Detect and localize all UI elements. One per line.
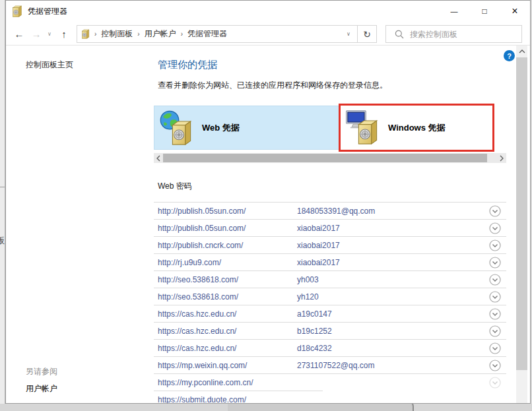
credential-username: b19c1252	[297, 327, 489, 336]
credential-url: https://cas.hzc.edu.cn/	[158, 344, 297, 353]
credential-url: http://publish.cncrk.com/	[158, 241, 297, 250]
credential-row: https://cas.hzc.edu.cn/ a19c0147	[154, 305, 506, 323]
expand-button[interactable]	[489, 205, 506, 217]
credential-row: https://mp.weixin.qq.com/ 2731107522@qq.…	[154, 357, 506, 374]
address-dropdown-icon[interactable]: ∨	[340, 31, 357, 37]
windows-credentials-label: Windows 凭据	[388, 122, 446, 134]
credential-row: https://cas.hzc.edu.cn/ b19c1252	[154, 323, 506, 340]
scroll-up-icon[interactable]	[516, 46, 527, 57]
credential-username: yh120	[297, 292, 489, 301]
navigation-toolbar: ← → ∨ ↑ › 控制面板 › 用户帐户 › 凭据管理器 ∨ ↻	[6, 22, 530, 46]
credential-username: 1848053391@qq.com	[297, 206, 489, 216]
credential-url: http://rj.u9u9.com/	[158, 258, 297, 267]
credential-row: http://publish.05sun.com/ 1848053391@qq.…	[154, 203, 506, 220]
chevron-down-icon	[489, 291, 501, 303]
app-safe-icon	[12, 5, 22, 17]
credential-url: https://cas.hzc.edu.cn/	[158, 309, 297, 319]
expand-button[interactable]	[489, 222, 506, 234]
credential-url: http://seo.538618.com/	[158, 275, 297, 284]
chevron-down-icon	[489, 205, 501, 217]
horizontal-scrollbar-thumb[interactable]	[163, 154, 487, 162]
credential-username: 2731107522@qq.com	[297, 361, 489, 370]
expand-button[interactable]	[489, 360, 506, 371]
safe-icon	[170, 119, 193, 146]
expand-button[interactable]	[489, 377, 506, 389]
credential-row: http://rj.u9u9.com/ xiaobai2017	[154, 254, 506, 271]
credential-username: xiaobai2017	[297, 224, 489, 233]
search-icon	[395, 30, 404, 39]
up-button[interactable]: ↑	[56, 22, 72, 46]
chevron-down-icon	[489, 274, 501, 286]
breadcrumb-separator-icon: ›	[90, 30, 101, 38]
safe-icon	[356, 119, 379, 145]
breadcrumb-control-panel[interactable]: 控制面板	[101, 28, 133, 40]
refresh-button[interactable]: ↻	[357, 25, 377, 43]
tab-web-credentials[interactable]: Web 凭据	[154, 106, 340, 150]
recent-pages-dropdown[interactable]: ∨	[44, 22, 55, 46]
sidebar-see-also-label: 另请参阅	[26, 366, 57, 377]
background-window-strip: 板	[0, 0, 5, 411]
credential-row: https://submit.duote.com/	[154, 391, 506, 404]
credential-row: http://seo.538618.com/ yh120	[154, 288, 506, 305]
page-description: 查看并删除你为网站、已连接的应用程序和网络保存的登录信息。	[158, 80, 387, 91]
credential-url: https://submit.duote.com/	[158, 395, 297, 404]
vertical-scrollbar-thumb[interactable]	[516, 57, 527, 370]
credential-username: xiaobai2017	[297, 258, 489, 267]
credential-row: https://cas.hzc.edu.cn/ d18c4232	[154, 340, 506, 357]
scroll-left-icon[interactable]	[154, 153, 163, 163]
credential-url: http://publish.05sun.com/	[158, 224, 297, 233]
expand-button[interactable]	[489, 325, 506, 337]
address-bar[interactable]: › 控制面板 › 用户帐户 › 凭据管理器 ∨	[77, 25, 358, 43]
forward-button[interactable]: →	[28, 22, 44, 46]
titlebar[interactable]: 凭据管理器 — □ ×	[6, 1, 530, 22]
window-controls: — □ ×	[439, 1, 530, 21]
vertical-scrollbar[interactable]	[516, 46, 527, 404]
scroll-right-icon[interactable]	[497, 153, 506, 163]
credential-username: yh003	[297, 275, 489, 284]
breadcrumb-user-accounts[interactable]: 用户帐户	[145, 28, 176, 40]
page-title: 管理你的凭据	[158, 59, 217, 71]
tab-windows-credentials[interactable]: Windows 凭据	[339, 104, 494, 152]
horizontal-scrollbar[interactable]	[154, 153, 506, 163]
credential-url: https://my.pconline.com.cn/	[158, 378, 297, 387]
expand-button[interactable]	[489, 239, 506, 251]
close-button[interactable]: ×	[500, 1, 530, 21]
main-panel: 管理你的凭据 查看并删除你为网站、已连接的应用程序和网络保存的登录信息。 Web…	[154, 46, 506, 404]
credential-username: a19c0147	[297, 309, 489, 319]
maximize-button[interactable]: □	[469, 1, 500, 21]
expand-button[interactable]	[489, 291, 506, 303]
expand-button[interactable]	[489, 308, 506, 320]
credential-list: http://publish.05sun.com/ 1848053391@qq.…	[154, 202, 506, 404]
back-button[interactable]: ←	[11, 22, 27, 46]
credential-username: xiaobai2017	[297, 241, 489, 250]
breadcrumb-credential-manager[interactable]: 凭据管理器	[187, 28, 227, 40]
content-area: 控制面板主页 另请参阅 用户帐户 管理你的凭据 查看并删除你为网站、已连接的应用…	[6, 46, 530, 404]
chevron-down-icon	[489, 308, 501, 320]
expand-button[interactable]	[489, 257, 506, 269]
chevron-down-icon	[489, 377, 501, 389]
credential-row: https://my.pconline.com.cn/	[154, 374, 506, 391]
windows-credentials-icon	[346, 109, 382, 147]
credential-manager-window: 凭据管理器 — □ × ← → ∨ ↑ › 控制面板 › 用户帐户 › 凭据管理…	[5, 0, 531, 404]
window-title: 凭据管理器	[28, 6, 67, 17]
search-box[interactable]	[385, 25, 522, 43]
credential-row: http://publish.05sun.com/ xiaobai2017	[154, 220, 506, 237]
credential-row: http://publish.cncrk.com/ xiaobai2017	[154, 237, 506, 254]
web-credentials-label: Web 凭据	[202, 122, 240, 134]
expand-button[interactable]	[489, 342, 506, 354]
search-input[interactable]	[410, 30, 521, 39]
chevron-down-icon	[489, 325, 501, 337]
chevron-down-icon	[489, 222, 501, 234]
breadcrumb-safe-icon	[81, 29, 90, 39]
credential-url: https://cas.hzc.edu.cn/	[158, 327, 297, 336]
sidebar-item-user-accounts[interactable]: 用户帐户	[26, 383, 57, 395]
sidebar-item-control-panel-home[interactable]: 控制面板主页	[26, 59, 73, 71]
chevron-down-icon	[489, 257, 501, 269]
minimize-button[interactable]: —	[439, 1, 469, 21]
web-credentials-icon	[160, 109, 195, 147]
chevron-down-icon	[489, 239, 501, 251]
help-icon[interactable]: ?	[504, 50, 515, 61]
credential-username: d18c4232	[297, 344, 489, 353]
expand-button[interactable]	[489, 274, 506, 286]
chevron-down-icon	[489, 360, 501, 371]
